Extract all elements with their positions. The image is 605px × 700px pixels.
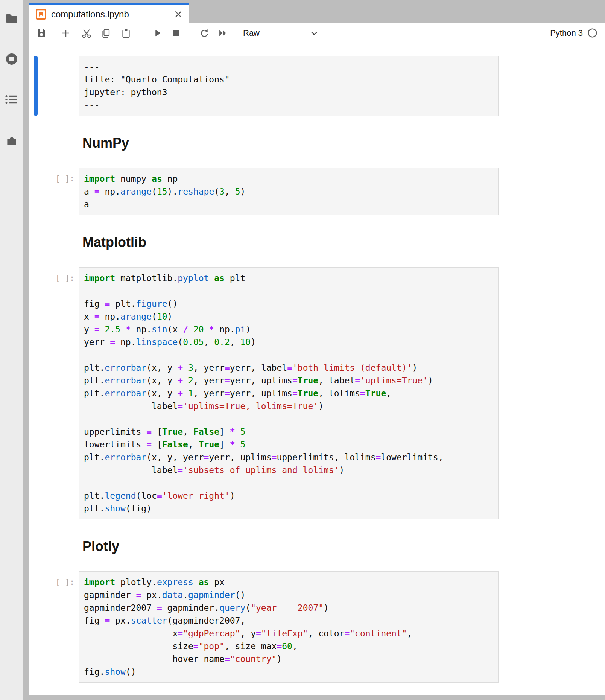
tab-title: computations.ipynb bbox=[51, 9, 173, 20]
insert-cell-below-button[interactable] bbox=[60, 27, 71, 39]
main-area: computations.ipynb RawPython 3 ---title:… bbox=[29, 0, 605, 700]
list-icon bbox=[5, 94, 18, 105]
paste-cells-button[interactable] bbox=[120, 27, 132, 39]
left-activity-bar bbox=[0, 0, 23, 700]
close-icon[interactable] bbox=[173, 9, 183, 19]
section-heading-plotly[interactable]: Plotly bbox=[82, 538, 605, 555]
cell-type-value: Raw bbox=[243, 28, 260, 38]
tab-computations-ipynb[interactable]: computations.ipynb bbox=[29, 3, 189, 23]
notebook-file-icon bbox=[35, 9, 47, 20]
copy-cells-button[interactable] bbox=[100, 27, 112, 39]
save-icon bbox=[36, 28, 46, 38]
section-heading-matplotlib[interactable]: Matplotlib bbox=[82, 234, 605, 251]
folder-icon bbox=[5, 12, 18, 24]
code-cell[interactable]: [ ]:import plotly.express as pxgapminder… bbox=[29, 571, 605, 683]
restart-kernel-button[interactable] bbox=[199, 27, 210, 39]
interrupt-kernel-button[interactable] bbox=[170, 27, 182, 39]
kernel-indicator[interactable]: Python 3 bbox=[550, 28, 605, 38]
jupyterlab-window: computations.ipynb RawPython 3 ---title:… bbox=[0, 0, 605, 700]
notebook-cells: ---title: "Quarto Computations"jupyter: … bbox=[29, 56, 605, 683]
restart-and-run-all-button[interactable] bbox=[217, 27, 228, 39]
save-button[interactable] bbox=[36, 27, 47, 39]
sidebar-file-browser[interactable] bbox=[5, 11, 19, 26]
sidebar-table-of-contents[interactable] bbox=[5, 93, 19, 107]
add-cell-icon bbox=[61, 28, 71, 38]
notebook-toolbar: RawPython 3 bbox=[29, 23, 605, 43]
bottom-chrome-strip bbox=[23, 695, 605, 700]
cell-editor[interactable]: import numpy as npa = np.arange(15).resh… bbox=[79, 168, 499, 215]
kernel-status-icon bbox=[587, 28, 597, 38]
stop-circle-icon bbox=[5, 52, 18, 66]
cell-prompt: [ ]: bbox=[29, 168, 79, 215]
cell-editor[interactable]: import matplotlib.pyplot as plt fig = pl… bbox=[79, 267, 499, 519]
cut-cells-button[interactable] bbox=[81, 27, 92, 39]
cell-type-dropdown[interactable]: Raw bbox=[241, 28, 321, 38]
cell-selection-indicator bbox=[34, 56, 38, 116]
paste-icon bbox=[121, 28, 131, 38]
run-cell-button[interactable] bbox=[152, 27, 164, 39]
section-heading-numpy[interactable]: NumPy bbox=[82, 135, 605, 151]
restart-icon bbox=[199, 28, 209, 38]
raw-cell[interactable]: ---title: "Quarto Computations"jupyter: … bbox=[29, 56, 605, 116]
cut-icon bbox=[82, 28, 91, 38]
puzzle-icon bbox=[5, 134, 18, 147]
copy-icon bbox=[101, 28, 111, 38]
tab-bar: computations.ipynb bbox=[29, 0, 605, 23]
sidebar-running-terminals-and-kernels[interactable] bbox=[5, 52, 19, 66]
fast-forward-icon bbox=[218, 28, 228, 38]
sidebar-extension-manager[interactable] bbox=[5, 133, 19, 148]
chevron-down-icon bbox=[310, 29, 318, 37]
code-cell[interactable]: [ ]:import matplotlib.pyplot as plt fig … bbox=[29, 267, 605, 519]
cell-editor[interactable]: import plotly.express as pxgapminder = p… bbox=[79, 571, 499, 683]
cell-prompt: [ ]: bbox=[29, 571, 79, 683]
cell-editor[interactable]: ---title: "Quarto Computations"jupyter: … bbox=[79, 56, 499, 116]
notebook-panel: ---title: "Quarto Computations"jupyter: … bbox=[29, 43, 605, 695]
stop-icon bbox=[171, 28, 181, 38]
kernel-name: Python 3 bbox=[550, 28, 583, 38]
code-cell[interactable]: [ ]:import numpy as npa = np.arange(15).… bbox=[29, 168, 605, 215]
sidebar-divider[interactable] bbox=[23, 0, 29, 700]
cell-prompt: [ ]: bbox=[29, 267, 79, 519]
run-icon bbox=[153, 28, 163, 38]
